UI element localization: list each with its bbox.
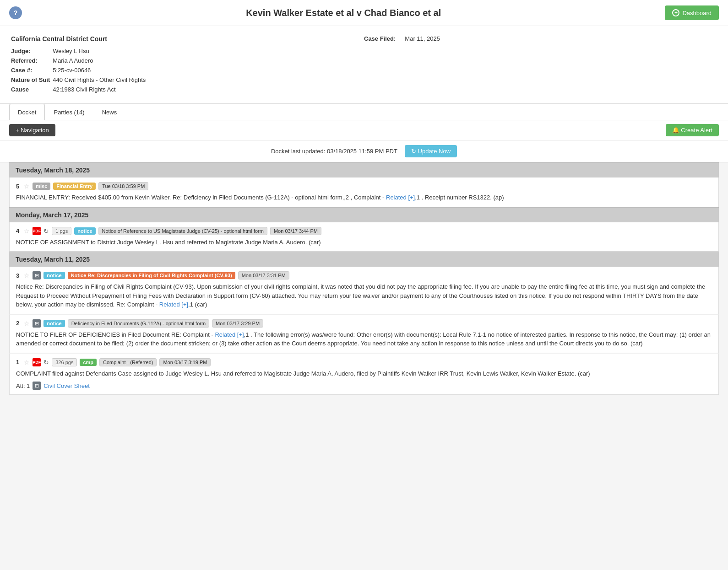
related-link-5[interactable]: Related [+] <box>386 194 415 201</box>
nature-of-suit-value: 440 Civil Rights - Other Civil Rights <box>53 75 148 85</box>
case-filed-value: Mar 11, 2025 <box>405 35 440 42</box>
entry-text-5: FINANCIAL ENTRY: Received $405.00 from K… <box>16 193 712 202</box>
related-link-3[interactable]: Related [+] <box>159 301 188 308</box>
court-name: California Central District Court <box>11 35 364 43</box>
star-icon-5[interactable]: ☆ <box>24 183 30 190</box>
tab-news[interactable]: News <box>93 104 126 120</box>
dashboard-plus-icon: + <box>672 9 679 16</box>
related-link-2[interactable]: Related [+] <box>215 331 244 338</box>
attachment-label-1: Att: 1 <box>16 382 30 389</box>
case-filed-label: Case Filed: <box>364 35 396 42</box>
tag-cmp-1: cmp <box>80 359 97 366</box>
tabs-container: Docket Parties (14) News <box>0 104 728 120</box>
header: ? Kevin Walker Estate et al v Chad Bianc… <box>0 0 728 26</box>
main-content: Tuesday, March 18, 2025 5 ☆ misc Financi… <box>0 162 728 404</box>
pdf-icon-1[interactable]: PDF <box>33 358 41 366</box>
tag-doc-title-4: Notice of Reference to US Magistrate Jud… <box>98 227 267 235</box>
reload-icon-1[interactable]: ↻ <box>43 359 49 366</box>
star-icon-2[interactable]: ☆ <box>24 320 30 327</box>
reload-icon-4[interactable]: ↻ <box>43 227 49 235</box>
judge-label: Judge: <box>11 46 53 56</box>
docket-entry-3: 3 ☆ ⊞ notice Notice Re: Discrepancies in… <box>9 267 719 314</box>
tag-pgs-1: 326 pgs <box>52 358 77 366</box>
help-icon[interactable]: ? <box>9 6 22 19</box>
referred-label: Referred: <box>11 56 53 65</box>
pdf-icon-4[interactable]: PDF <box>33 227 41 235</box>
page-title: Kevin Walker Estate et al v Chad Bianco … <box>22 8 665 18</box>
attach-icon-2: ⊞ <box>33 319 41 328</box>
case-info-left: California Central District Court Judge:… <box>11 35 364 94</box>
tag-pgs-4: 1 pgs <box>52 227 71 235</box>
entry-text-2: NOTICE TO FILER OF DEFICIENCIES in Filed… <box>16 330 712 348</box>
attachment-row-1: Att: 1 ⊞ Civil Cover Sheet <box>16 382 712 390</box>
cause-label: Cause <box>11 85 53 94</box>
tag-notice-2: notice <box>43 320 65 327</box>
judge-value: Wesley L Hsu <box>53 46 148 56</box>
docket-entry-4: 4 ☆ PDF ↻ 1 pgs notice Notice of Referen… <box>9 222 719 252</box>
entry-number-2: 2 <box>16 320 19 327</box>
date-header-march17: Monday, March 17, 2025 <box>9 207 719 222</box>
tag-date-2: Mon 03/17 3:29 PM <box>212 319 263 328</box>
star-icon-1[interactable]: ☆ <box>24 359 30 366</box>
tag-doc-title-2: Deficiency in Filed Documents (G-112A) -… <box>68 319 209 328</box>
update-now-button[interactable]: ↻ Update Now <box>405 145 457 157</box>
docket-status-bar: Docket last updated: 03/18/2025 11:59 PM… <box>0 140 728 162</box>
tag-notice-4: notice <box>74 227 95 235</box>
case-num-value: 5:25-cv-00646 <box>53 65 148 75</box>
docket-entry-1: 1 ☆ PDF ↻ 326 pgs cmp Complaint - (Refer… <box>9 353 719 395</box>
star-icon-3[interactable]: ☆ <box>24 272 30 279</box>
cause-value: 42:1983 Civil Rights Act <box>53 85 148 94</box>
date-header-march11: Tuesday, March 11, 2025 <box>9 252 719 267</box>
toolbar: + Navigation 🔔 Create Alert <box>0 120 728 140</box>
tag-doc-title-1: Complaint - (Referred) <box>99 358 157 366</box>
tag-notice-3: notice <box>43 272 65 279</box>
tab-parties[interactable]: Parties (14) <box>45 104 93 120</box>
docket-last-updated: Docket last updated: 03/18/2025 11:59 PM… <box>271 148 397 155</box>
nature-of-suit-label: Nature of Suit <box>11 75 53 85</box>
create-alert-button[interactable]: 🔔 Create Alert <box>666 124 719 136</box>
tag-date-3: Mon 03/17 3:31 PM <box>238 271 289 280</box>
attachment-link-1[interactable]: Civil Cover Sheet <box>43 382 89 389</box>
referred-value: Maria A Audero <box>53 56 148 65</box>
tag-date-5: Tue 03/18 3:59 PM <box>98 182 148 190</box>
tab-docket[interactable]: Docket <box>9 104 45 120</box>
tag-date-4: Mon 03/17 3:44 PM <box>270 227 321 235</box>
dashboard-button[interactable]: + Dashboard <box>665 5 719 20</box>
tag-financial-5: Financial Entry <box>53 183 96 190</box>
case-info-right: Case Filed: Mar 11, 2025 <box>364 35 717 94</box>
entry-number-4: 4 <box>16 227 19 234</box>
date-section-march18: Tuesday, March 18, 2025 5 ☆ misc Financi… <box>9 162 719 207</box>
docket-entry-5: 5 ☆ misc Financial Entry Tue 03/18 3:59 … <box>9 177 719 207</box>
date-section-march17: Monday, March 17, 2025 4 ☆ PDF ↻ 1 pgs n… <box>9 207 719 252</box>
entry-text-3: Notice Re: Discrepancies in Filing of Ci… <box>16 282 712 309</box>
star-icon-4[interactable]: ☆ <box>24 227 30 235</box>
case-num-label: Case #: <box>11 65 53 75</box>
tag-date-1: Mon 03/17 3:19 PM <box>159 358 211 366</box>
case-info-section: California Central District Court Judge:… <box>0 26 728 104</box>
entry-number-5: 5 <box>16 183 19 190</box>
attach-icon-3: ⊞ <box>33 271 41 280</box>
date-section-march11: Tuesday, March 11, 2025 3 ☆ ⊞ notice Not… <box>9 252 719 395</box>
tag-misc-5: misc <box>33 183 50 190</box>
entry-number-3: 3 <box>16 272 19 279</box>
entry-number-1: 1 <box>16 359 19 366</box>
navigation-button[interactable]: + Navigation <box>9 124 55 136</box>
date-header-march18: Tuesday, March 18, 2025 <box>9 162 719 177</box>
entry-text-1: COMPLAINT filed against Defendants Case … <box>16 369 712 378</box>
entry-text-4: NOTICE OF ASSIGNMENT to District Judge W… <box>16 238 712 247</box>
tag-doc-title-3: Notice Re: Discrepancies in Filing of Ci… <box>68 272 235 279</box>
docket-entry-2: 2 ☆ ⊞ notice Deficiency in Filed Documen… <box>9 314 719 353</box>
attachment-icon-1: ⊞ <box>33 382 41 390</box>
